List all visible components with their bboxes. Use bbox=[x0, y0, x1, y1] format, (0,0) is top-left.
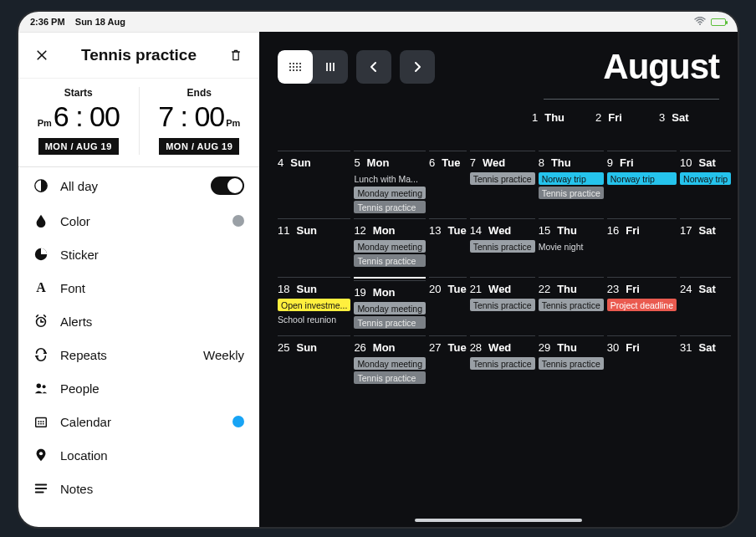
day-cell[interactable]: 5MonLunch with Ma...Monday meetingTennis… bbox=[354, 147, 426, 215]
day-cell[interactable]: 19MonMonday meetingTennis practice bbox=[354, 274, 426, 332]
day-cell[interactable]: 3Sat bbox=[659, 105, 719, 127]
event-chip[interactable]: Tennis practice bbox=[470, 172, 535, 185]
day-cell[interactable]: 24Sat bbox=[680, 274, 731, 332]
day-cell[interactable]: 2Fri bbox=[595, 105, 656, 127]
day-cell[interactable]: 10SatNorway trip bbox=[680, 147, 731, 215]
day-cell[interactable]: 27Tue bbox=[429, 332, 467, 391]
event-chip[interactable]: Tennis practice bbox=[354, 201, 426, 213]
event-chip[interactable]: Monday meeting bbox=[354, 187, 426, 199]
svg-point-14 bbox=[289, 63, 291, 64]
divider bbox=[544, 99, 719, 100]
option-people[interactable]: People bbox=[18, 371, 259, 405]
svg-point-19 bbox=[293, 66, 294, 68]
event-chip[interactable]: Tennis practice bbox=[470, 299, 535, 311]
home-indicator[interactable] bbox=[415, 519, 582, 522]
day-cell[interactable]: 28WedTennis practice bbox=[470, 332, 535, 391]
day-cell[interactable]: 11Sun bbox=[278, 215, 350, 274]
svg-point-12 bbox=[43, 423, 44, 425]
option-location[interactable]: Location bbox=[18, 438, 259, 472]
view-mode-list[interactable] bbox=[313, 50, 348, 84]
event-chip[interactable]: Project deadline bbox=[607, 299, 677, 311]
sticker-icon bbox=[33, 247, 49, 262]
svg-point-16 bbox=[296, 63, 298, 64]
color-swatch[interactable] bbox=[232, 215, 244, 227]
alarm-icon bbox=[33, 314, 49, 329]
day-cell[interactable]: 20Tue bbox=[429, 274, 467, 332]
event-chip[interactable]: Monday meeting bbox=[354, 240, 426, 253]
event-chip[interactable]: Tennis practice bbox=[354, 254, 426, 267]
day-cell[interactable]: 14WedTennis practice bbox=[470, 215, 535, 274]
option-color[interactable]: Color bbox=[18, 204, 259, 238]
day-cell[interactable]: 25Sun bbox=[278, 332, 350, 391]
event-chip[interactable]: Tennis practice bbox=[354, 371, 426, 384]
day-cell[interactable]: 30Fri bbox=[607, 332, 677, 391]
event-title[interactable]: Tennis practice bbox=[81, 46, 197, 64]
event-chip[interactable]: Tennis practice bbox=[470, 240, 535, 253]
option-calendar[interactable]: Calendar bbox=[18, 405, 259, 438]
event-chip[interactable]: Tennis practice bbox=[539, 299, 604, 311]
svg-point-13 bbox=[39, 452, 43, 455]
day-cell[interactable]: 1Thu bbox=[532, 105, 592, 127]
day-cell[interactable]: 12MonMonday meetingTennis practice bbox=[354, 215, 426, 274]
option-font[interactable]: A Font bbox=[18, 271, 259, 304]
droplet-icon bbox=[33, 213, 49, 228]
event-editor-panel: Tennis practice Starts Pm 6 : 00 MON / A… bbox=[18, 32, 259, 527]
event-chip[interactable]: Monday meeting bbox=[354, 302, 426, 315]
event-chip[interactable]: Tennis practice bbox=[539, 357, 604, 370]
option-alerts[interactable]: Alerts bbox=[18, 304, 259, 338]
svg-point-7 bbox=[38, 421, 39, 422]
option-sticker[interactable]: Sticker bbox=[18, 238, 259, 271]
event-chip[interactable]: Tennis practice bbox=[539, 187, 604, 199]
day-cell[interactable]: 9FriNorway trip bbox=[607, 147, 677, 215]
event-chip[interactable]: Tennis practice bbox=[470, 357, 535, 370]
end-time-picker[interactable]: Ends 7 : 00 Pm MON / AUG 19 bbox=[140, 87, 260, 155]
allday-toggle[interactable] bbox=[211, 176, 244, 195]
option-notes[interactable]: Notes bbox=[18, 472, 259, 505]
day-cell[interactable]: 21WedTennis practice bbox=[470, 274, 535, 332]
event-chip[interactable]: Norway trip bbox=[680, 172, 731, 185]
svg-point-21 bbox=[299, 66, 301, 68]
event-chip[interactable]: School reunion bbox=[278, 313, 350, 325]
prev-month-button[interactable] bbox=[356, 50, 391, 84]
option-repeats[interactable]: Repeats Weekly bbox=[18, 338, 259, 371]
next-month-button[interactable] bbox=[400, 50, 435, 84]
day-cell[interactable]: 7WedTennis practice bbox=[470, 147, 535, 215]
end-date[interactable]: MON / AUG 19 bbox=[159, 138, 239, 155]
day-cell[interactable]: 13Tue bbox=[429, 215, 467, 274]
svg-point-23 bbox=[293, 69, 294, 71]
day-cell[interactable]: 17Sat bbox=[680, 215, 731, 274]
view-mode-month[interactable] bbox=[278, 50, 313, 84]
day-cell[interactable]: 22ThuTennis practice bbox=[539, 274, 604, 332]
event-chip[interactable]: Norway trip bbox=[539, 172, 604, 185]
day-cell[interactable]: 4Sun bbox=[278, 147, 350, 215]
event-chip[interactable]: Lunch with Ma... bbox=[354, 172, 426, 185]
day-cell[interactable]: 15ThuMovie night bbox=[539, 215, 604, 274]
day-cell[interactable]: 29ThuTennis practice bbox=[539, 332, 604, 391]
day-cell[interactable]: 6Tue bbox=[429, 147, 467, 215]
event-chip[interactable]: Norway trip bbox=[607, 172, 677, 185]
day-cell[interactable]: 31Sat bbox=[680, 332, 731, 391]
view-mode-segment bbox=[278, 50, 348, 84]
month-title: August bbox=[603, 47, 719, 87]
start-time-picker[interactable]: Starts Pm 6 : 00 MON / AUG 19 bbox=[18, 87, 140, 155]
svg-point-5 bbox=[43, 385, 46, 388]
calendar-panel: August ....1Thu2Fri3Sat 4Sun5MonLunch wi… bbox=[259, 32, 738, 527]
event-chip[interactable]: Tennis practice bbox=[354, 316, 426, 329]
day-cell[interactable]: 16Fri bbox=[607, 215, 677, 274]
time-range: Starts Pm 6 : 00 MON / AUG 19 Ends 7 : 0… bbox=[18, 79, 259, 166]
option-allday[interactable]: All day bbox=[18, 167, 259, 204]
day-cell[interactable]: 18SunOpen investme...School reunion bbox=[278, 274, 350, 332]
status-bar: 2:36 PM Sun 18 Aug bbox=[18, 12, 738, 32]
delete-button[interactable] bbox=[227, 47, 244, 64]
close-button[interactable] bbox=[33, 47, 50, 64]
status-time: 2:36 PM bbox=[30, 17, 65, 27]
event-chip[interactable]: Open investme... bbox=[278, 299, 350, 311]
day-cell[interactable]: 8ThuNorway tripTennis practice bbox=[539, 147, 604, 215]
svg-point-8 bbox=[40, 421, 42, 422]
day-cell[interactable]: 23FriProject deadline bbox=[607, 274, 677, 332]
event-chip[interactable]: Movie night bbox=[539, 240, 604, 253]
start-date[interactable]: MON / AUG 19 bbox=[38, 138, 119, 155]
calendar-swatch[interactable] bbox=[232, 416, 244, 427]
day-cell[interactable]: 26MonMonday meetingTennis practice bbox=[354, 332, 426, 391]
event-chip[interactable]: Monday meeting bbox=[354, 357, 426, 370]
